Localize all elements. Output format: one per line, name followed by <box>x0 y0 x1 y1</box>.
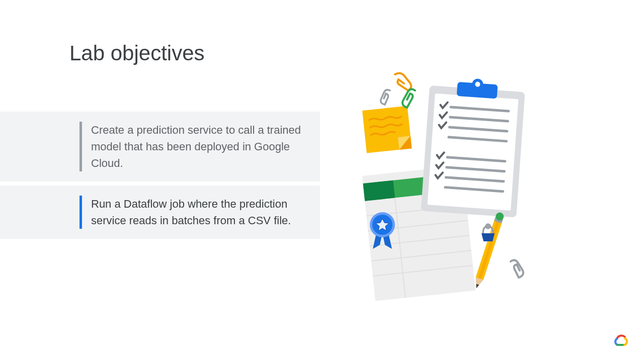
paperclip-icon <box>395 73 411 90</box>
svg-rect-2 <box>363 180 395 201</box>
paperclip-icon <box>511 260 523 278</box>
objective-item: Create a prediction service to call a tr… <box>0 112 320 182</box>
objective-item-active: Run a Dataflow job where the prediction … <box>0 186 320 239</box>
objective-text: Create a prediction service to call a tr… <box>82 122 309 171</box>
page-title: Lab objectives <box>69 41 205 65</box>
objective-text: Run a Dataflow job where the prediction … <box>82 196 309 229</box>
spacer <box>10 122 79 171</box>
paperclip-icon <box>403 89 415 108</box>
spacer <box>10 196 79 229</box>
objectives-list: Create a prediction service to call a tr… <box>0 112 320 243</box>
paperclip-icon <box>381 90 390 105</box>
google-cloud-logo-icon <box>612 331 630 349</box>
svg-rect-24 <box>478 221 500 279</box>
stationery-illustration <box>345 70 566 307</box>
